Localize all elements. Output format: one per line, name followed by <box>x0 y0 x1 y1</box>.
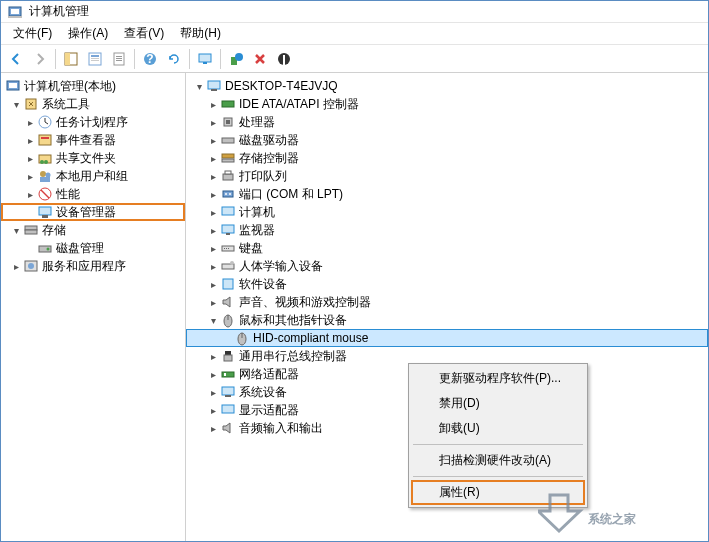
tree-storage[interactable]: ▾ 存储 <box>1 221 185 239</box>
monitor-icon <box>220 222 236 238</box>
expand-icon[interactable]: ▸ <box>23 187 37 201</box>
menu-view[interactable]: 查看(V) <box>116 23 172 44</box>
cat-keyboards[interactable]: ▸键盘 <box>186 239 708 257</box>
cat-mouse[interactable]: ▾鼠标和其他指针设备 <box>186 311 708 329</box>
tree-services-apps[interactable]: ▸ 服务和应用程序 <box>1 257 185 275</box>
expand-icon[interactable]: ▸ <box>206 259 220 273</box>
users-icon <box>37 168 53 184</box>
show-hide-tree-button[interactable] <box>60 48 82 70</box>
usb-icon <box>220 348 236 364</box>
cat-ide[interactable]: ▸IDE ATA/ATAPI 控制器 <box>186 95 708 113</box>
scan-monitor-icon[interactable] <box>194 48 216 70</box>
speaker-icon <box>220 420 236 436</box>
expand-icon[interactable]: ▸ <box>206 295 220 309</box>
cat-print-queue[interactable]: ▸打印队列 <box>186 167 708 185</box>
tree-performance[interactable]: ▸ 性能 <box>1 185 185 203</box>
svg-point-27 <box>40 160 44 164</box>
disable-icon[interactable] <box>273 48 295 70</box>
expand-icon[interactable]: ▸ <box>23 133 37 147</box>
cat-ports[interactable]: ▸端口 (COM 和 LPT) <box>186 185 708 203</box>
svg-rect-10 <box>116 56 122 57</box>
expand-icon[interactable]: ▸ <box>206 97 220 111</box>
collapse-icon[interactable]: ▾ <box>9 223 23 237</box>
tree-device-manager[interactable]: 设备管理器 <box>1 203 185 221</box>
expand-icon[interactable]: ▸ <box>23 151 37 165</box>
expand-icon[interactable]: ▸ <box>206 241 220 255</box>
collapse-icon[interactable]: ▾ <box>9 97 23 111</box>
properties-button[interactable] <box>84 48 106 70</box>
context-menu: 更新驱动程序软件(P)... 禁用(D) 卸载(U) 扫描检测硬件改动(A) 属… <box>408 363 588 508</box>
nav-back-button[interactable] <box>5 48 27 70</box>
tree-task-scheduler[interactable]: ▸ 任务计划程序 <box>1 113 185 131</box>
svg-point-28 <box>44 160 48 164</box>
svg-point-62 <box>230 261 234 265</box>
expand-icon[interactable]: ▸ <box>206 385 220 399</box>
ctx-update-driver[interactable]: 更新驱动程序软件(P)... <box>411 366 585 391</box>
tree-root-local[interactable]: 计算机管理(本地) <box>1 77 185 95</box>
tree-label: 鼠标和其他指针设备 <box>239 312 347 329</box>
cat-audio[interactable]: ▸声音、视频和游戏控制器 <box>186 293 708 311</box>
refresh-button[interactable] <box>163 48 185 70</box>
performance-icon <box>37 186 53 202</box>
cat-monitors[interactable]: ▸监视器 <box>186 221 708 239</box>
tree-label: 显示适配器 <box>239 402 299 419</box>
tree-local-users[interactable]: ▸ 本地用户和组 <box>1 167 185 185</box>
expand-icon[interactable]: ▸ <box>206 205 220 219</box>
ctx-uninstall[interactable]: 卸载(U) <box>411 416 585 441</box>
device-root[interactable]: ▾ DESKTOP-T4EJVJQ <box>186 77 708 95</box>
expand-icon[interactable]: ▸ <box>23 169 37 183</box>
tree-label: 计算机 <box>239 204 275 221</box>
tree-label: 本地用户和组 <box>56 168 128 185</box>
expand-icon[interactable]: ▸ <box>206 403 220 417</box>
expand-icon[interactable]: ▸ <box>9 259 23 273</box>
svg-rect-41 <box>208 81 220 89</box>
tree-system-tools[interactable]: ▾ 系统工具 <box>1 95 185 113</box>
tree-event-viewer[interactable]: ▸ 事件查看器 <box>1 131 185 149</box>
svg-rect-50 <box>225 171 231 174</box>
help-button[interactable]: ? <box>139 48 161 70</box>
tree-label: 音频输入和输出 <box>239 420 323 437</box>
toolbar-separator <box>55 49 56 69</box>
expand-icon[interactable]: ▸ <box>23 115 37 129</box>
expand-icon[interactable]: ▸ <box>206 277 220 291</box>
cat-computer[interactable]: ▸计算机 <box>186 203 708 221</box>
uninstall-icon[interactable] <box>249 48 271 70</box>
disk-icon <box>220 132 236 148</box>
left-tree-pane[interactable]: 计算机管理(本地) ▾ 系统工具 ▸ 任务计划程序 ▸ 事件查看器 ▸ 共享文件… <box>1 73 186 541</box>
update-driver-icon[interactable] <box>225 48 247 70</box>
svg-rect-46 <box>222 138 234 143</box>
expand-icon[interactable]: ▸ <box>206 349 220 363</box>
expand-icon[interactable]: ▸ <box>206 115 220 129</box>
collapse-icon[interactable]: ▾ <box>192 79 206 93</box>
expand-icon[interactable]: ▸ <box>206 169 220 183</box>
tree-shared-folders[interactable]: ▸ 共享文件夹 <box>1 149 185 167</box>
cat-hid[interactable]: ▸人体学输入设备 <box>186 257 708 275</box>
menu-file[interactable]: 文件(F) <box>5 23 60 44</box>
svg-text:?: ? <box>146 52 153 66</box>
expand-icon[interactable]: ▸ <box>206 367 220 381</box>
right-tree-pane[interactable]: ▾ DESKTOP-T4EJVJQ ▸IDE ATA/ATAPI 控制器 ▸处理… <box>186 73 708 541</box>
svg-rect-33 <box>39 207 51 215</box>
collapse-icon[interactable]: ▾ <box>206 313 220 327</box>
menu-help[interactable]: 帮助(H) <box>172 23 229 44</box>
export-list-button[interactable] <box>108 48 130 70</box>
expand-icon[interactable]: ▸ <box>206 187 220 201</box>
svg-rect-25 <box>41 137 49 139</box>
expand-icon[interactable]: ▸ <box>206 421 220 435</box>
cat-processors[interactable]: ▸处理器 <box>186 113 708 131</box>
cat-disk-drives[interactable]: ▸磁盘驱动器 <box>186 131 708 149</box>
expand-icon[interactable]: ▸ <box>206 133 220 147</box>
menu-action[interactable]: 操作(A) <box>60 23 116 44</box>
tree-disk-mgmt[interactable]: 磁盘管理 <box>1 239 185 257</box>
svg-rect-42 <box>211 89 217 91</box>
ctx-disable[interactable]: 禁用(D) <box>411 391 585 416</box>
svg-point-52 <box>225 193 227 195</box>
nav-forward-button[interactable] <box>29 48 51 70</box>
cat-storage-ctrl[interactable]: ▸存储控制器 <box>186 149 708 167</box>
keyboard-icon <box>220 240 236 256</box>
expand-icon[interactable]: ▸ <box>206 223 220 237</box>
expand-icon[interactable]: ▸ <box>206 151 220 165</box>
cat-software[interactable]: ▸软件设备 <box>186 275 708 293</box>
device-hid-mouse[interactable]: HID-compliant mouse <box>186 329 708 347</box>
ctx-scan-hardware[interactable]: 扫描检测硬件改动(A) <box>411 448 585 473</box>
